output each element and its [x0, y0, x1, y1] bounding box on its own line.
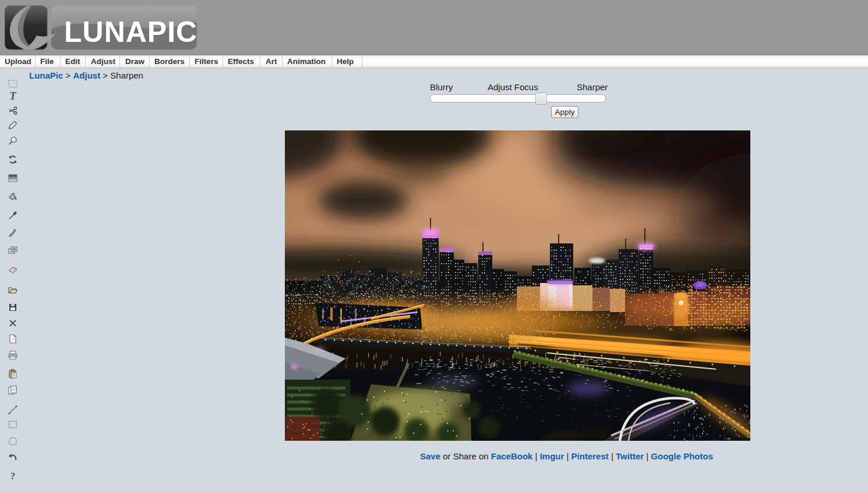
svg-text:?: ? [10, 470, 16, 481]
svg-text:?: ? [12, 337, 15, 342]
svg-text:LUNAPIC: LUNAPIC [64, 16, 197, 48]
svg-text:T: T [10, 91, 17, 102]
